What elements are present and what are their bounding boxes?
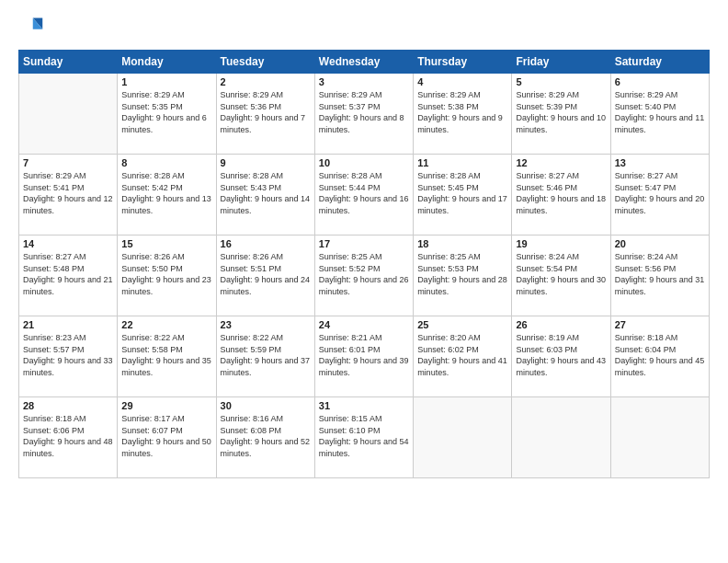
day-info: Sunrise: 8:24 AMSunset: 5:54 PMDaylight:… (516, 251, 606, 297)
day-number: 17 (319, 238, 409, 249)
weekday-header-thursday: Thursday (414, 51, 512, 74)
calendar-cell: 12Sunrise: 8:27 AMSunset: 5:46 PMDayligh… (512, 155, 610, 236)
calendar-cell (19, 74, 118, 155)
calendar-cell: 6Sunrise: 8:29 AMSunset: 5:40 PMDaylight… (610, 74, 709, 155)
day-number: 27 (615, 319, 705, 330)
day-info: Sunrise: 8:26 AMSunset: 5:50 PMDaylight:… (121, 251, 211, 297)
calendar-cell: 29Sunrise: 8:17 AMSunset: 6:07 PMDayligh… (118, 397, 216, 478)
day-number: 19 (516, 238, 606, 249)
day-info: Sunrise: 8:23 AMSunset: 5:57 PMDaylight:… (23, 332, 113, 378)
calendar-cell: 10Sunrise: 8:28 AMSunset: 5:44 PMDayligh… (314, 155, 413, 236)
day-info: Sunrise: 8:21 AMSunset: 6:01 PMDaylight:… (319, 332, 409, 378)
calendar-cell: 9Sunrise: 8:28 AMSunset: 5:43 PMDaylight… (216, 155, 314, 236)
week-row-4: 28Sunrise: 8:18 AMSunset: 6:06 PMDayligh… (19, 397, 710, 478)
day-number: 23 (221, 319, 311, 330)
day-number: 11 (417, 157, 507, 168)
calendar-cell: 22Sunrise: 8:22 AMSunset: 5:58 PMDayligh… (118, 316, 216, 397)
calendar-cell: 8Sunrise: 8:28 AMSunset: 5:42 PMDaylight… (118, 155, 216, 236)
day-info: Sunrise: 8:18 AMSunset: 6:04 PMDaylight:… (615, 332, 705, 378)
day-info: Sunrise: 8:29 AMSunset: 5:40 PMDaylight:… (615, 89, 705, 135)
day-number: 16 (221, 238, 311, 249)
calendar-cell: 28Sunrise: 8:18 AMSunset: 6:06 PMDayligh… (19, 397, 118, 478)
calendar-cell (512, 397, 610, 478)
week-row-0: 1Sunrise: 8:29 AMSunset: 5:35 PMDaylight… (19, 74, 710, 155)
day-number: 1 (121, 76, 211, 87)
calendar-cell: 1Sunrise: 8:29 AMSunset: 5:35 PMDaylight… (118, 74, 216, 155)
calendar-cell: 17Sunrise: 8:25 AMSunset: 5:52 PMDayligh… (314, 236, 413, 316)
logo (18, 15, 48, 40)
day-number: 18 (417, 238, 507, 249)
calendar-cell: 26Sunrise: 8:19 AMSunset: 6:03 PMDayligh… (512, 316, 610, 397)
day-info: Sunrise: 8:22 AMSunset: 5:58 PMDaylight:… (121, 332, 211, 378)
day-number: 3 (319, 76, 409, 87)
calendar-cell: 3Sunrise: 8:29 AMSunset: 5:37 PMDaylight… (314, 74, 413, 155)
day-info: Sunrise: 8:28 AMSunset: 5:42 PMDaylight:… (121, 170, 211, 216)
weekday-header-monday: Monday (118, 51, 216, 74)
calendar-cell (414, 397, 512, 478)
day-info: Sunrise: 8:22 AMSunset: 5:59 PMDaylight:… (221, 332, 311, 378)
day-number: 24 (319, 319, 409, 330)
day-number: 7 (23, 157, 113, 168)
day-number: 4 (417, 76, 507, 87)
calendar-cell: 19Sunrise: 8:24 AMSunset: 5:54 PMDayligh… (512, 236, 610, 316)
calendar-cell: 30Sunrise: 8:16 AMSunset: 6:08 PMDayligh… (216, 397, 314, 478)
day-number: 21 (23, 319, 113, 330)
day-number: 31 (319, 400, 409, 411)
day-info: Sunrise: 8:26 AMSunset: 5:51 PMDaylight:… (221, 251, 311, 297)
day-info: Sunrise: 8:29 AMSunset: 5:41 PMDaylight:… (23, 170, 113, 216)
day-number: 15 (121, 238, 211, 249)
calendar-cell: 13Sunrise: 8:27 AMSunset: 5:47 PMDayligh… (610, 155, 709, 236)
day-number: 25 (417, 319, 507, 330)
calendar-cell: 11Sunrise: 8:28 AMSunset: 5:45 PMDayligh… (414, 155, 512, 236)
weekday-header-row: SundayMondayTuesdayWednesdayThursdayFrid… (19, 51, 710, 74)
day-number: 6 (615, 76, 705, 87)
day-number: 5 (516, 76, 606, 87)
day-info: Sunrise: 8:18 AMSunset: 6:06 PMDaylight:… (23, 413, 113, 459)
calendar-cell: 21Sunrise: 8:23 AMSunset: 5:57 PMDayligh… (19, 316, 118, 397)
day-info: Sunrise: 8:16 AMSunset: 6:08 PMDaylight:… (221, 413, 311, 459)
calendar-cell: 2Sunrise: 8:29 AMSunset: 5:36 PMDaylight… (216, 74, 314, 155)
calendar-cell: 7Sunrise: 8:29 AMSunset: 5:41 PMDaylight… (19, 155, 118, 236)
calendar-cell: 27Sunrise: 8:18 AMSunset: 6:04 PMDayligh… (610, 316, 709, 397)
weekday-header-sunday: Sunday (19, 51, 118, 74)
weekday-header-friday: Friday (512, 51, 610, 74)
day-info: Sunrise: 8:29 AMSunset: 5:35 PMDaylight:… (121, 89, 211, 135)
day-number: 14 (23, 238, 113, 249)
logo-icon (18, 15, 44, 40)
day-info: Sunrise: 8:15 AMSunset: 6:10 PMDaylight:… (319, 413, 409, 459)
day-number: 8 (121, 157, 211, 168)
day-number: 13 (615, 157, 705, 168)
calendar-cell: 16Sunrise: 8:26 AMSunset: 5:51 PMDayligh… (216, 236, 314, 316)
day-number: 10 (319, 157, 409, 168)
calendar-cell: 15Sunrise: 8:26 AMSunset: 5:50 PMDayligh… (118, 236, 216, 316)
day-number: 12 (516, 157, 606, 168)
day-info: Sunrise: 8:25 AMSunset: 5:52 PMDaylight:… (319, 251, 409, 297)
day-info: Sunrise: 8:24 AMSunset: 5:56 PMDaylight:… (615, 251, 705, 297)
day-number: 20 (615, 238, 705, 249)
calendar-cell: 5Sunrise: 8:29 AMSunset: 5:39 PMDaylight… (512, 74, 610, 155)
calendar-cell: 20Sunrise: 8:24 AMSunset: 5:56 PMDayligh… (610, 236, 709, 316)
calendar-cell: 14Sunrise: 8:27 AMSunset: 5:48 PMDayligh… (19, 236, 118, 316)
day-number: 26 (516, 319, 606, 330)
calendar-cell: 18Sunrise: 8:25 AMSunset: 5:53 PMDayligh… (414, 236, 512, 316)
calendar-cell (610, 397, 709, 478)
page: SundayMondayTuesdayWednesdayThursdayFrid… (0, 0, 728, 563)
day-info: Sunrise: 8:28 AMSunset: 5:43 PMDaylight:… (221, 170, 311, 216)
day-info: Sunrise: 8:17 AMSunset: 6:07 PMDaylight:… (121, 413, 211, 459)
calendar-cell: 24Sunrise: 8:21 AMSunset: 6:01 PMDayligh… (314, 316, 413, 397)
week-row-2: 14Sunrise: 8:27 AMSunset: 5:48 PMDayligh… (19, 236, 710, 316)
day-info: Sunrise: 8:20 AMSunset: 6:02 PMDaylight:… (417, 332, 507, 378)
day-number: 30 (221, 400, 311, 411)
weekday-header-wednesday: Wednesday (314, 51, 413, 74)
calendar-cell: 4Sunrise: 8:29 AMSunset: 5:38 PMDaylight… (414, 74, 512, 155)
day-info: Sunrise: 8:29 AMSunset: 5:37 PMDaylight:… (319, 89, 409, 135)
week-row-1: 7Sunrise: 8:29 AMSunset: 5:41 PMDaylight… (19, 155, 710, 236)
calendar-table: SundayMondayTuesdayWednesdayThursdayFrid… (18, 50, 710, 478)
day-info: Sunrise: 8:29 AMSunset: 5:39 PMDaylight:… (516, 89, 606, 135)
day-info: Sunrise: 8:19 AMSunset: 6:03 PMDaylight:… (516, 332, 606, 378)
day-info: Sunrise: 8:25 AMSunset: 5:53 PMDaylight:… (417, 251, 507, 297)
day-info: Sunrise: 8:27 AMSunset: 5:46 PMDaylight:… (516, 170, 606, 216)
day-info: Sunrise: 8:29 AMSunset: 5:36 PMDaylight:… (221, 89, 311, 135)
day-info: Sunrise: 8:29 AMSunset: 5:38 PMDaylight:… (417, 89, 507, 135)
calendar-cell: 31Sunrise: 8:15 AMSunset: 6:10 PMDayligh… (314, 397, 413, 478)
